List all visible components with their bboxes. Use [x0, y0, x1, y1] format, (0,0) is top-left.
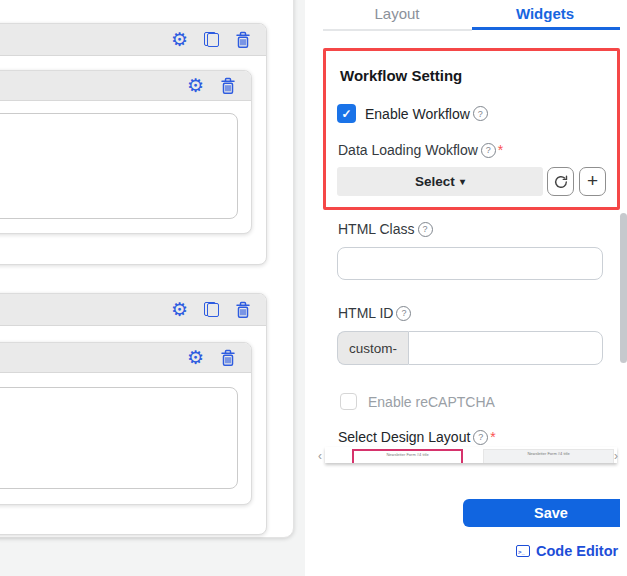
html-class-field-wrap: [337, 247, 603, 280]
help-icon[interactable]: ?: [396, 306, 411, 321]
design-layout-text: Select Design Layout: [338, 429, 470, 445]
enable-workflow-row: ✓ Enable Workflow ?: [337, 104, 488, 123]
design-layout-thumbnails: Newsletter Form #4 title Newsletter Form…: [325, 447, 617, 463]
settings-panel: Layout Widgets Workflow Setting ✓ Enable…: [305, 0, 627, 576]
recaptcha-row: Enable reCAPTCHA: [340, 393, 495, 410]
panel-scrollbar-track: [620, 0, 627, 576]
copy-icon[interactable]: [204, 302, 219, 317]
gear-icon[interactable]: ⚙: [171, 300, 188, 319]
textarea-widget[interactable]: [0, 387, 238, 489]
field-toolbar: ⚙: [0, 343, 251, 373]
tab-divider: [323, 29, 472, 31]
field-toolbar: ⚙: [0, 71, 251, 101]
gear-icon[interactable]: ⚙: [171, 30, 188, 49]
refresh-icon: [554, 175, 568, 189]
help-icon[interactable]: ?: [473, 430, 488, 445]
html-id-label: HTML ID ?: [338, 305, 411, 321]
caret-down-icon: ▾: [460, 177, 465, 187]
panel-scrollbar-thumb[interactable]: [620, 213, 627, 363]
html-id-input[interactable]: [408, 331, 603, 365]
html-class-text: HTML Class: [338, 221, 415, 237]
textarea-widget[interactable]: [0, 113, 238, 219]
section-toolbar: ⚙: [0, 24, 266, 56]
tab-widgets[interactable]: Widgets: [490, 5, 600, 22]
active-tab-underline: [472, 27, 620, 30]
help-icon[interactable]: ?: [481, 143, 496, 158]
trash-icon[interactable]: [235, 301, 251, 319]
thumbnail-option-selected[interactable]: Newsletter Form #4 title: [352, 449, 463, 463]
enable-workflow-checkbox[interactable]: ✓: [337, 104, 356, 123]
add-workflow-button[interactable]: +: [579, 167, 606, 196]
copy-icon[interactable]: [204, 32, 219, 47]
check-icon: ✓: [341, 107, 351, 121]
trash-icon[interactable]: [220, 77, 236, 95]
thumbnail-caption: Newsletter Form #4 title: [386, 452, 428, 457]
chevron-left-icon[interactable]: ‹: [318, 449, 322, 463]
code-editor-label: Code Editor: [536, 543, 618, 559]
help-icon[interactable]: ?: [418, 222, 433, 237]
recaptcha-label: Enable reCAPTCHA: [368, 394, 495, 410]
gear-icon[interactable]: ⚙: [187, 348, 204, 367]
enable-workflow-label: Enable Workflow: [365, 106, 470, 122]
workflow-setting-heading: Workflow Setting: [340, 67, 462, 84]
save-button[interactable]: Save: [463, 499, 627, 527]
gear-icon[interactable]: ⚙: [187, 76, 204, 95]
help-icon[interactable]: ?: [473, 106, 488, 121]
html-id-prefix: custom-: [337, 331, 408, 365]
required-asterisk: *: [498, 142, 503, 158]
design-layout-label: Select Design Layout ? *: [338, 429, 496, 445]
html-id-field-wrap: custom-: [337, 331, 603, 365]
trash-icon[interactable]: [220, 349, 236, 367]
section-toolbar: ⚙: [0, 294, 266, 326]
chevron-right-icon[interactable]: ›: [614, 449, 618, 463]
html-id-text: HTML ID: [338, 305, 393, 321]
recaptcha-checkbox[interactable]: [340, 393, 357, 410]
plus-icon: +: [587, 171, 598, 190]
workflow-select-dropdown[interactable]: Select ▾: [337, 167, 543, 196]
required-asterisk: *: [490, 429, 495, 445]
select-label: Select: [415, 174, 455, 189]
thumbnail-option[interactable]: Newsletter Form #4 title: [483, 449, 614, 463]
code-editor-link[interactable]: >_ Code Editor: [516, 543, 618, 559]
thumbnail-caption: Newsletter Form #4 title: [527, 451, 569, 456]
html-class-label: HTML Class ?: [338, 221, 433, 237]
trash-icon[interactable]: [235, 31, 251, 49]
data-loading-workflow-label: Data Loading Wokflow ? *: [338, 142, 503, 158]
code-editor-icon: >_: [516, 545, 530, 557]
refresh-button[interactable]: [547, 167, 574, 196]
html-class-input[interactable]: [337, 247, 603, 280]
tab-layout[interactable]: Layout: [342, 5, 452, 22]
data-loading-workflow-text: Data Loading Wokflow: [338, 142, 478, 158]
